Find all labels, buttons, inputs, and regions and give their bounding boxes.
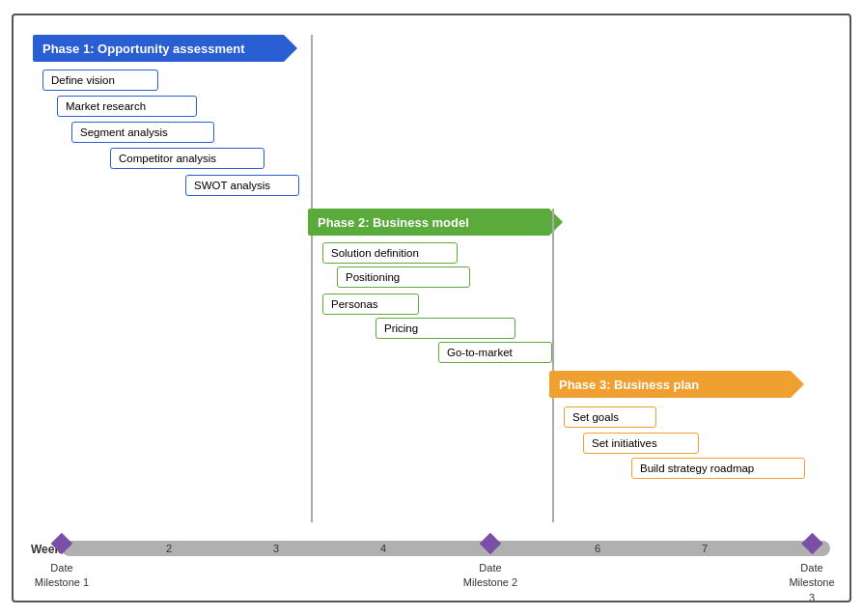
milestone-3-diamond	[801, 533, 823, 555]
divider-phase1	[311, 35, 313, 522]
milestone-2: DateMilestone 2	[463, 536, 517, 591]
task-define-vision: Define vision	[42, 70, 158, 91]
milestone-3: DateMilestone 3	[789, 536, 834, 602]
week-tick-4: 4	[380, 543, 386, 554]
task-segment-analysis: Segment analysis	[71, 122, 214, 143]
chart-frame: Phase 1: Opportunity assessment Define v…	[12, 14, 851, 602]
task-go-to-market: Go-to-market	[438, 342, 552, 363]
task-set-initiatives: Set initiatives	[583, 433, 699, 454]
phase3-banner: Phase 3: Business plan	[549, 371, 791, 398]
milestone-1-diamond	[51, 533, 73, 555]
task-positioning: Positioning	[337, 266, 470, 288]
task-set-goals: Set goals	[564, 406, 656, 428]
week-tick-6: 6	[595, 543, 600, 554]
milestone-1-text: DateMilestone 1	[35, 561, 89, 591]
milestone-1: DateMilestone 1	[35, 536, 89, 591]
phase2-banner: Phase 2: Business model	[308, 209, 549, 236]
divider-phase2	[552, 209, 554, 522]
task-pricing: Pricing	[376, 318, 515, 339]
week-tick-2: 2	[166, 543, 172, 554]
phase2-label: Phase 2: Business model	[318, 215, 469, 230]
milestone-3-text: DateMilestone 3	[789, 561, 834, 602]
milestone-2-text: DateMilestone 2	[463, 561, 517, 591]
week-tick-7: 7	[702, 543, 708, 554]
phase3-label: Phase 3: Business plan	[559, 378, 699, 392]
task-personas: Personas	[322, 294, 419, 315]
phase1-label: Phase 1: Opportunity assessment	[42, 42, 245, 56]
timeline-bar	[62, 541, 830, 556]
task-solution-definition: Solution definition	[322, 242, 458, 264]
milestone-2-diamond	[480, 533, 502, 555]
task-competitor-analysis: Competitor analysis	[110, 148, 264, 169]
phase1-banner: Phase 1: Opportunity assessment	[33, 35, 284, 62]
task-swot-analysis: SWOT analysis	[185, 175, 299, 196]
task-build-strategy-roadmap: Build strategy roadmap	[631, 458, 805, 479]
task-market-research: Market research	[57, 96, 197, 117]
week-tick-3: 3	[273, 543, 279, 554]
timeline: Week 1 2 3 4 5 6 7 8 DateMilestone 1 Dat…	[23, 523, 840, 601]
